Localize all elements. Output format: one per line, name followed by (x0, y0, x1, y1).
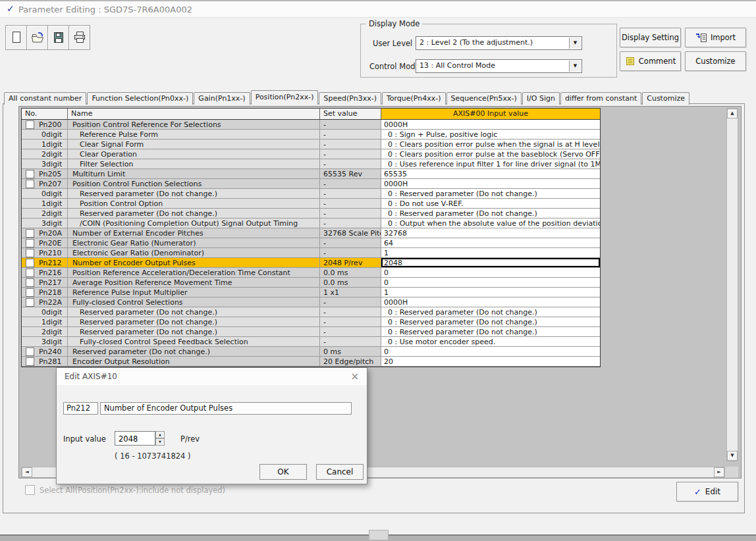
table-row[interactable]: Pn218Reference Pulse Input Multiplier1 x… (22, 288, 600, 297)
table-row[interactable]: 0digitReserved parameter (Do not change.… (22, 307, 600, 317)
row-checkbox[interactable] (26, 229, 34, 238)
scroll-left-icon[interactable]: ◄ (22, 467, 32, 477)
input-value-field[interactable] (115, 431, 155, 446)
spinner-down-icon[interactable]: ▼ (155, 438, 165, 446)
tab-i-o-sign[interactable]: I/O Sign (522, 92, 560, 105)
dialog-titlebar[interactable]: Edit AXIS#10 × (57, 368, 367, 385)
row-checkbox[interactable] (26, 259, 34, 267)
row-no-cell: 2digit (22, 209, 68, 219)
table-row[interactable]: 1digitReserved parameter (Do not change.… (22, 317, 600, 327)
vertical-scrollbar[interactable]: ▲ ▼ (726, 108, 738, 461)
tab-sequence-pn5xx[interactable]: Sequence(Pn5xx-) (446, 92, 522, 105)
select-all-checkbox[interactable] (25, 485, 35, 495)
table-row[interactable]: Pn240Reserved parameter (Do not change.)… (22, 347, 600, 357)
splitter-handle[interactable] (369, 530, 389, 540)
row-no-cell: 2digit (22, 327, 68, 337)
customize-button[interactable]: Customize (685, 51, 746, 71)
table-row[interactable]: Pn207Position Control Function Selection… (22, 179, 600, 189)
table-row[interactable]: Pn281Encoder Output Resolution20 Edge/pi… (22, 357, 600, 367)
row-inputvalue-cell: 0 : Output when the absolute value of th… (381, 219, 600, 228)
open-button[interactable] (26, 25, 48, 50)
row-name-cell: Clear Signal Form (68, 140, 320, 149)
table-row[interactable]: 0digitReference Pulse Form-0 : Sign + Pu… (22, 130, 600, 140)
table-row[interactable]: Pn216Position Reference Acceleration/Dec… (22, 268, 600, 278)
tab-torque-pn4xx[interactable]: Torque(Pn4xx-) (382, 92, 446, 105)
row-no-label: 0digit (41, 308, 62, 317)
table-row[interactable]: 2digitReserved parameter (Do not change.… (22, 327, 600, 337)
tab-position-pn2xx[interactable]: Position(Pn2xx-) (251, 90, 319, 105)
table-row[interactable]: 2digitReserved parameter (Do not change.… (22, 209, 600, 219)
row-checkbox[interactable] (26, 348, 34, 356)
control-mode-select[interactable]: 13 : All Control Mode ▼ (416, 59, 582, 73)
tab-all-constant-number[interactable]: All constant number (4, 92, 86, 105)
table-row[interactable]: Pn20ANumber of External Encoder Pitches3… (22, 228, 600, 238)
chevron-down-icon[interactable]: ▼ (569, 38, 581, 49)
tab-function-selection-pn0xx[interactable]: Function Selection(Pn0xx-) (87, 92, 193, 105)
row-checkbox[interactable] (26, 298, 34, 307)
row-name-cell: Number of Encoder Output Pulses (68, 258, 320, 268)
new-button[interactable] (5, 25, 27, 50)
row-inputvalue-cell[interactable]: 2048 (381, 258, 600, 268)
row-no-cell: 0digit (22, 189, 68, 199)
table-row[interactable]: Pn20EElectronic Gear Ratio (Numerator)-6… (22, 238, 600, 248)
import-button[interactable]: Import (685, 28, 746, 47)
tab-speed-pn3xx[interactable]: Speed(Pn3xx-) (319, 92, 381, 105)
row-setvalue-cell: - (320, 199, 381, 209)
save-button[interactable] (47, 25, 69, 50)
table-row[interactable]: 1digitClear Signal Form-0 : Clears posit… (22, 140, 600, 149)
comment-button[interactable]: Comment (620, 51, 681, 71)
row-checkbox[interactable] (26, 278, 34, 287)
scroll-up-icon[interactable]: ▲ (727, 109, 738, 118)
row-no-label: 0digit (41, 130, 62, 139)
row-inputvalue-cell: 0 : Use motor encoder speed. (381, 337, 600, 347)
input-value[interactable] (115, 432, 155, 446)
close-icon[interactable]: × (350, 371, 359, 382)
user-level-select[interactable]: 2 : Level 2 (To the adjustment.) ▼ (416, 36, 582, 50)
row-no-cell: Pn218 (22, 288, 68, 297)
row-checkbox[interactable] (26, 180, 34, 188)
scroll-right-icon[interactable]: ► (714, 467, 724, 477)
table-row[interactable]: 3digit/COIN (Positioning Completion Outp… (22, 219, 600, 228)
row-no-cell: 0digit (22, 307, 68, 317)
param-no-field: Pn212 (63, 402, 98, 415)
row-name-cell: Reserved parameter (Do not change.) (68, 347, 320, 357)
cancel-button[interactable]: Cancel (316, 464, 364, 480)
chevron-down-icon[interactable]: ▼ (569, 61, 581, 72)
row-checkbox[interactable] (26, 170, 34, 178)
table-row[interactable]: Pn22AFully-closed Control Selections-000… (22, 297, 600, 307)
tab-gain-pn1xx[interactable]: Gain(Pn1xx-) (194, 92, 250, 105)
print-button[interactable] (68, 25, 90, 50)
spinner-up-icon[interactable]: ▲ (155, 431, 165, 438)
table-row[interactable]: Pn217Average Position Reference Movement… (22, 278, 600, 288)
row-checkbox[interactable] (26, 120, 34, 129)
row-setvalue-cell: - (320, 120, 381, 130)
row-checkbox[interactable] (26, 269, 34, 277)
display-setting-button[interactable]: Display Setting (620, 28, 681, 47)
row-checkbox[interactable] (26, 239, 34, 247)
edit-button[interactable]: ✓ Edit (676, 482, 738, 502)
row-no-cell: 3digit (22, 219, 68, 228)
table-row[interactable]: Pn200Position Control Reference For Sele… (22, 120, 600, 130)
table-row[interactable]: 2digitClear Operation-0 : Clears positio… (22, 149, 600, 159)
row-no-cell: 1digit (22, 317, 68, 327)
scroll-down-icon[interactable]: ▼ (727, 451, 738, 461)
row-checkbox[interactable] (26, 288, 34, 297)
table-row[interactable]: 3digitFully-closed Control Speed Feedbac… (22, 337, 600, 347)
table-row[interactable]: Pn212Number of Encoder Output Pulses2048… (22, 258, 600, 268)
table-row[interactable]: 1digitPosition Control Option-0 : Do not… (22, 199, 600, 209)
row-name-cell: Reserved parameter (Do not change.) (68, 307, 320, 317)
header-no: No. (22, 109, 68, 119)
row-checkbox[interactable] (26, 357, 34, 366)
row-setvalue-cell: - (320, 248, 381, 258)
table-row[interactable]: 3digitFilter Selection-0 : Uses referenc… (22, 159, 600, 169)
row-checkbox[interactable] (26, 249, 34, 257)
row-setvalue-cell: 1 x1 (320, 288, 381, 297)
table-row[interactable]: 0digitReserved parameter (Do not change.… (22, 189, 600, 199)
row-no-label: Pn20A (39, 229, 62, 238)
table-row[interactable]: Pn210Electronic Gear Ratio (Denominator)… (22, 248, 600, 258)
table-row[interactable]: Pn205Multiturn Limit65535 Rev65535 (22, 169, 600, 179)
ok-button[interactable]: OK (259, 464, 307, 480)
row-name-cell: Position Control Function Selections (68, 179, 320, 189)
tab-differ-from-constant[interactable]: differ from constant (560, 92, 641, 105)
tab-customize[interactable]: Customize (642, 92, 689, 105)
